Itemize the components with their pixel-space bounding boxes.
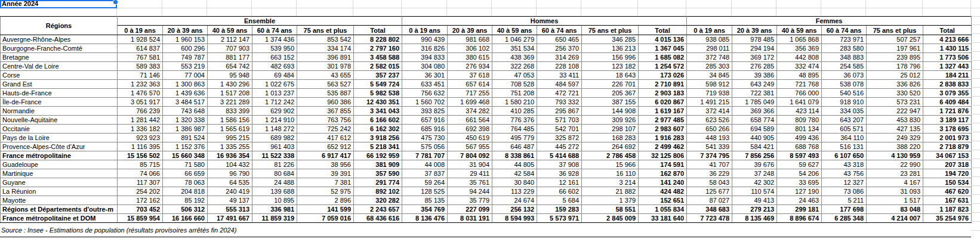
value-cell[interactable]: 5 549 724	[354, 80, 402, 89]
value-cell[interactable]: 1 491 215	[687, 98, 732, 107]
value-cell[interactable]: 2 896	[297, 196, 354, 205]
value-cell[interactable]: 316 826	[402, 44, 448, 53]
value-cell[interactable]: 6 107 650	[822, 151, 867, 160]
age-column-header[interactable]: 0 à 19 ans	[118, 26, 163, 35]
value-cell[interactable]: 450 619	[448, 134, 492, 142]
value-cell[interactable]: 417 612	[297, 134, 354, 142]
value-cell[interactable]: 177 698	[822, 205, 867, 214]
value-cell[interactable]: 657 916	[402, 116, 448, 125]
value-cell[interactable]: 39 676	[732, 160, 777, 169]
value-cell[interactable]: 8 597 493	[777, 151, 822, 160]
value-cell[interactable]: 16 936 354	[208, 151, 252, 160]
value-cell[interactable]: 766 000	[777, 89, 822, 98]
value-cell[interactable]: 8 228 802	[354, 35, 402, 44]
value-cell[interactable]: 1 699 468	[448, 98, 492, 107]
value-cell[interactable]: 1 386 987	[163, 125, 208, 134]
region-cell[interactable]: Guyane	[1, 178, 118, 187]
value-cell[interactable]: 2 582 015	[354, 62, 402, 71]
value-cell[interactable]: 475 730	[402, 134, 448, 142]
age-column-header[interactable]: 20 à 39 ans	[163, 26, 208, 35]
value-cell[interactable]: 6 020 867	[639, 98, 687, 107]
value-cell[interactable]: 256 370	[537, 44, 582, 53]
value-cell[interactable]: 197 961	[867, 44, 923, 53]
value-cell[interactable]: 168 283	[582, 134, 639, 142]
value-cell[interactable]: 23 281	[867, 169, 923, 178]
value-cell[interactable]: 41 707	[687, 160, 732, 169]
value-cell[interactable]: 1 565 619	[208, 125, 252, 134]
value-cell[interactable]: 59 264	[402, 178, 448, 187]
value-cell[interactable]: 73 086	[822, 187, 867, 196]
value-cell[interactable]: 7 374 795	[687, 151, 732, 160]
value-cell[interactable]: 1 641 079	[777, 98, 822, 107]
value-cell[interactable]: 3 079 355	[923, 89, 972, 98]
value-cell[interactable]: 427 135	[867, 125, 923, 134]
value-cell[interactable]: 541 339	[687, 142, 732, 151]
value-cell[interactable]: 763 756	[297, 116, 354, 125]
age-column-header[interactable]: 20 à 39 ans	[732, 26, 777, 35]
value-cell[interactable]: 104 432	[208, 160, 252, 169]
region-cell[interactable]: Île-de-France	[1, 98, 118, 107]
value-cell[interactable]: 35 779	[448, 196, 492, 205]
age-column-header[interactable]: Total	[923, 26, 972, 35]
value-cell[interactable]: 7 781 707	[402, 151, 448, 160]
value-cell[interactable]: 5 414 688	[537, 151, 582, 160]
value-cell[interactable]: 334 174	[297, 44, 354, 53]
value-cell[interactable]: 1 476 570	[118, 89, 163, 98]
value-cell[interactable]: 141 240	[639, 178, 687, 187]
value-cell[interactable]: 256 132	[492, 205, 537, 214]
value-cell[interactable]: 110 574	[732, 187, 777, 196]
value-cell[interactable]: 37 908	[537, 160, 582, 169]
value-cell[interactable]: 78 063	[163, 178, 208, 187]
value-cell[interactable]: 708 528	[492, 80, 537, 89]
value-cell[interactable]: 174 591	[639, 160, 687, 169]
value-cell[interactable]: 346 285	[582, 35, 639, 44]
value-cell[interactable]: 254 202	[118, 187, 163, 196]
value-cell[interactable]: 369 172	[732, 53, 777, 62]
value-cell[interactable]: 336 826	[867, 80, 923, 89]
value-cell[interactable]: 892 102	[354, 187, 402, 196]
value-cell[interactable]: 575 056	[402, 142, 448, 151]
age-column-header[interactable]: 60 à 74 ans	[252, 26, 297, 35]
value-cell[interactable]: 325 872	[537, 134, 582, 142]
value-cell[interactable]: 1 619 167	[639, 107, 687, 116]
value-cell[interactable]: 42 302	[732, 178, 777, 187]
value-cell[interactable]: 150 534	[923, 178, 972, 187]
value-cell[interactable]: 162 870	[639, 169, 687, 178]
value-cell[interactable]: 4 167	[867, 178, 923, 187]
value-cell[interactable]: 320 282	[354, 196, 402, 205]
value-cell[interactable]: 721 768	[777, 80, 822, 89]
value-cell[interactable]: 743 648	[163, 107, 208, 116]
value-cell[interactable]: 633 451	[402, 80, 448, 89]
value-cell[interactable]: 3 178 695	[923, 125, 972, 134]
value-cell[interactable]: 725 242	[297, 125, 354, 134]
value-cell[interactable]: 3 341 043	[354, 107, 402, 116]
value-cell[interactable]: 1 065 868	[777, 35, 822, 44]
value-cell[interactable]: 372 414	[687, 107, 732, 116]
value-cell[interactable]: 542 701	[537, 125, 582, 134]
value-cell[interactable]: 555 313	[208, 205, 252, 214]
value-cell[interactable]: 1 721 876	[923, 107, 972, 116]
group-header-hommes[interactable]: Hommes	[402, 17, 687, 26]
value-cell[interactable]: 276 934	[448, 62, 492, 71]
value-cell[interactable]: 445 272	[537, 142, 582, 151]
value-cell[interactable]: 2 786 458	[582, 151, 639, 160]
value-cell[interactable]: 167 631	[923, 196, 972, 205]
regions-header[interactable]: Régions	[1, 17, 118, 35]
value-cell[interactable]: 2 797 160	[354, 44, 402, 53]
value-cell[interactable]: 96 790	[208, 169, 252, 178]
value-cell[interactable]: 2 838 833	[923, 80, 972, 89]
value-cell[interactable]: 629 902	[252, 107, 297, 116]
value-cell[interactable]: 15 156 502	[118, 151, 163, 160]
value-cell[interactable]: 44 805	[492, 160, 537, 169]
value-cell[interactable]: 71 580	[163, 160, 208, 169]
region-cell[interactable]: Corse	[1, 71, 118, 80]
value-cell[interactable]: 1 148 272	[252, 125, 297, 134]
value-cell[interactable]: 749 787	[163, 53, 208, 62]
value-cell[interactable]: 357 590	[354, 169, 402, 178]
value-cell[interactable]: 960 386	[297, 98, 354, 107]
value-cell[interactable]: 1 022 675	[252, 80, 297, 89]
value-cell[interactable]: 584 421	[732, 142, 777, 151]
value-cell[interactable]: 254 585	[822, 62, 867, 71]
region-cell[interactable]: Centre-Val de Loire	[1, 62, 118, 71]
value-cell[interactable]: 2 001 973	[923, 134, 972, 142]
